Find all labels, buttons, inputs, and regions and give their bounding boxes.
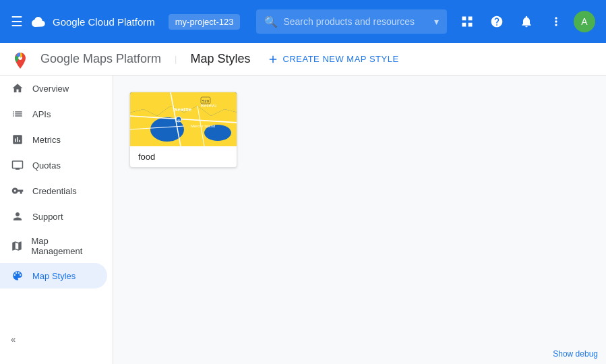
map-thumbnail: Seattle Bellevu Mercer Island ⊕ 520 bbox=[130, 92, 237, 146]
cloud-logo-icon bbox=[31, 13, 47, 30]
sidebar-item-map-management[interactable]: Map Management bbox=[0, 229, 107, 263]
subheader-page-title: Map Styles bbox=[190, 52, 250, 66]
account-selector[interactable]: my-project-123 bbox=[169, 14, 241, 30]
subheader-separator: | bbox=[175, 54, 177, 64]
sidebar-item-overview[interactable]: Overview bbox=[0, 75, 107, 101]
search-bar: 🔍 ▾ bbox=[256, 9, 447, 34]
sidebar-collapse-button[interactable]: « bbox=[0, 329, 113, 350]
more-icon[interactable] bbox=[544, 9, 568, 34]
sidebar-label-metrics: Metrics bbox=[32, 135, 61, 145]
top-nav-actions: A bbox=[455, 9, 595, 34]
collapse-icon: « bbox=[11, 334, 16, 344]
palette-icon bbox=[11, 270, 24, 282]
map-preview-svg: Seattle Bellevu Mercer Island ⊕ 520 bbox=[130, 92, 237, 146]
grid-icon[interactable] bbox=[455, 9, 479, 34]
search-dropdown-icon[interactable]: ▾ bbox=[434, 16, 439, 27]
create-icon bbox=[267, 53, 279, 65]
sidebar-label-map-management: Map Management bbox=[31, 236, 96, 256]
top-nav-title: Google Cloud Platform bbox=[53, 16, 155, 28]
content-area: Seattle Bellevu Mercer Island ⊕ 520 food… bbox=[113, 75, 606, 364]
sidebar-label-map-styles: Map Styles bbox=[32, 271, 75, 281]
create-btn-label: CREATE NEW MAP STYLE bbox=[283, 54, 399, 64]
maps-logo-icon bbox=[11, 50, 30, 69]
sidebar: Overview APIs Metrics Quotas bbox=[0, 75, 113, 364]
person-icon bbox=[11, 210, 24, 222]
sidebar-label-credentials: Credentials bbox=[32, 186, 77, 196]
map-management-icon bbox=[11, 240, 23, 252]
svg-text:Mercer Island: Mercer Island bbox=[191, 124, 215, 128]
svg-text:⊕: ⊕ bbox=[177, 118, 180, 122]
top-nav-logo: Google Cloud Platform bbox=[31, 13, 155, 30]
monitor-icon bbox=[11, 159, 24, 171]
search-icon: 🔍 bbox=[264, 16, 278, 28]
sidebar-item-map-styles[interactable]: Map Styles bbox=[0, 263, 107, 289]
list-icon bbox=[11, 108, 24, 120]
sidebar-label-support: Support bbox=[32, 212, 63, 222]
subheader: Google Maps Platform | Map Styles CREATE… bbox=[0, 43, 606, 75]
sidebar-item-metrics[interactable]: Metrics bbox=[0, 127, 107, 152]
sidebar-item-support[interactable]: Support bbox=[0, 204, 107, 229]
svg-text:520: 520 bbox=[202, 99, 210, 103]
top-nav: ☰ Google Cloud Platform my-project-123 🔍… bbox=[0, 0, 606, 43]
search-input[interactable] bbox=[283, 16, 434, 27]
debug-link[interactable]: Show debug bbox=[553, 349, 598, 359]
map-style-label: food bbox=[130, 146, 237, 167]
avatar[interactable]: A bbox=[574, 11, 595, 32]
create-new-map-style-button[interactable]: CREATE NEW MAP STYLE bbox=[267, 53, 399, 65]
sidebar-item-apis[interactable]: APIs bbox=[0, 101, 107, 127]
main-layout: Overview APIs Metrics Quotas bbox=[0, 75, 606, 364]
svg-text:Seattle: Seattle bbox=[174, 107, 192, 113]
sidebar-label-overview: Overview bbox=[32, 84, 69, 94]
subheader-app-name: Google Maps Platform bbox=[40, 52, 161, 66]
sidebar-label-apis: APIs bbox=[32, 109, 51, 119]
help-icon[interactable] bbox=[485, 9, 509, 34]
map-style-card-food[interactable]: Seattle Bellevu Mercer Island ⊕ 520 food bbox=[129, 92, 237, 168]
menu-icon[interactable]: ☰ bbox=[11, 13, 23, 30]
home-icon bbox=[11, 82, 24, 94]
sidebar-label-quotas: Quotas bbox=[32, 160, 61, 171]
bell-icon[interactable] bbox=[514, 9, 539, 34]
account-label: my-project-123 bbox=[175, 17, 234, 27]
sidebar-item-quotas[interactable]: Quotas bbox=[0, 152, 107, 178]
key-icon bbox=[11, 185, 24, 197]
chart-icon bbox=[11, 133, 24, 146]
sidebar-item-credentials[interactable]: Credentials bbox=[0, 178, 107, 204]
